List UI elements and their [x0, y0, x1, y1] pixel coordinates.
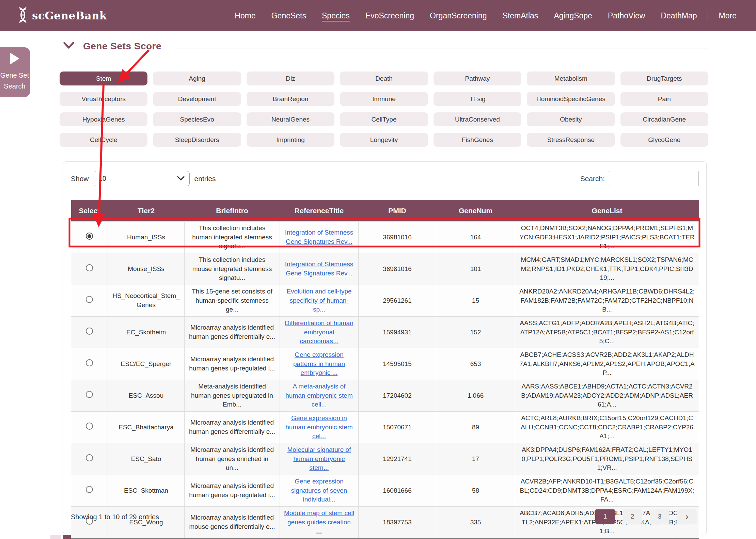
reference-link[interactable]: Molecular signature of human embryonic s…	[284, 445, 354, 473]
category-button-hominoidspecificgenes[interactable]: HominoidSpecificGenes	[527, 92, 615, 106]
category-button-virusreceptors[interactable]: VirusReceptors	[60, 92, 147, 106]
gene-num-cell: 152	[436, 317, 515, 348]
column-header-genenum[interactable]: GeneNum	[436, 200, 515, 222]
reference-link[interactable]: Module map of stem cell genes guides cre…	[284, 509, 354, 536]
column-header-genelist[interactable]: GeneList	[515, 200, 699, 222]
next-page-button[interactable]: ›	[677, 509, 697, 524]
reference-title-cell: Integration of Stemness Gene Signatures …	[280, 253, 359, 285]
select-cell	[71, 380, 108, 412]
category-button-circadiangene[interactable]: CircadianGene	[620, 112, 708, 126]
reference-title-cell: Module map of stem cell genes guides cre…	[280, 507, 359, 539]
table-row: HS_Neocortical_Stem_GenesThis 15-gene se…	[71, 285, 699, 317]
bottom-left-chip	[50, 535, 61, 539]
reference-link[interactable]: Gene expression in human embryonic stem …	[284, 414, 354, 441]
nav-item-evoscreening[interactable]: EvoScreening	[358, 11, 422, 20]
pmid-cell: 18397753	[359, 507, 436, 539]
reference-link[interactable]: Differentiation of human embryonal carci…	[284, 319, 354, 346]
reference-link[interactable]: A meta-analysis of human embryonic stem …	[284, 382, 354, 409]
gene-list-cell: AASS;ACTG1;ADFP;ADORA2B;APEH;ASH2L;ATG4B…	[515, 317, 699, 348]
reference-link[interactable]: Gene expression signatures of seven indi…	[284, 477, 354, 504]
brief-intro-cell: This 15-gene set consists of human-speci…	[185, 285, 280, 317]
gene-num-cell: 89	[436, 412, 515, 443]
nav-item-pathoview[interactable]: PathoView	[600, 11, 653, 20]
category-button-sleepdisorders[interactable]: SleepDisorders	[153, 133, 241, 147]
reference-title-cell: Gene expression signatures of seven indi…	[280, 475, 359, 507]
row-select-radio[interactable]	[86, 454, 93, 461]
category-button-hypoxiagenes[interactable]: HypoxiaGenes	[60, 112, 147, 126]
table-row: ESC_SkottmanMicroarray analysis identifi…	[71, 475, 699, 507]
category-button-development[interactable]: Development	[153, 92, 241, 106]
reference-link[interactable]: Gene expression patterns in human embryo…	[284, 350, 354, 378]
nav-item-species[interactable]: Species	[314, 11, 358, 20]
category-button-tfsig[interactable]: TFsig	[434, 92, 521, 106]
column-header-tier2[interactable]: Tier2	[108, 200, 185, 222]
search-input[interactable]	[609, 171, 699, 186]
select-cell	[71, 285, 108, 317]
brand[interactable]: scGeneBank	[17, 7, 107, 25]
gene-num-cell: 1,066	[436, 380, 515, 412]
category-button-pain[interactable]: Pain	[620, 92, 708, 106]
page-button-2[interactable]: 2	[623, 509, 642, 524]
reference-link[interactable]: Evolution and cell-type specificity of h…	[284, 287, 354, 314]
table-row: ESC_SatoMicroarray analysis identified h…	[71, 443, 699, 475]
nav-item-home[interactable]: Home	[227, 11, 263, 20]
category-button-stem[interactable]: Stem	[60, 72, 147, 85]
nav-divider	[708, 11, 708, 21]
category-button-immune[interactable]: Immune	[340, 92, 428, 106]
page-button-3[interactable]: 3	[650, 509, 670, 524]
column-header-briefintro[interactable]: BriefIntro	[185, 200, 280, 222]
row-select-radio[interactable]	[86, 359, 93, 366]
row-select-radio[interactable]	[86, 296, 93, 303]
nav-item-deathmap[interactable]: DeathMap	[653, 11, 705, 20]
row-select-radio[interactable]	[86, 486, 93, 493]
section-heading: Gene Sets Score	[63, 41, 161, 52]
category-button-obesity[interactable]: Obesity	[527, 112, 615, 126]
category-button-glycogene[interactable]: GlycoGene	[620, 133, 708, 147]
brief-intro-cell: Microarray analysis identified human gen…	[185, 348, 280, 380]
category-button-pathway[interactable]: Pathway	[434, 72, 521, 85]
category-button-brainregion[interactable]: BrainRegion	[247, 92, 334, 106]
row-select-radio[interactable]	[86, 391, 93, 398]
row-select-radio-checked[interactable]	[86, 233, 93, 240]
gene-sets-table-card: Show 10 entries Search: SelectTier2Brief…	[63, 161, 707, 534]
chevron-down-icon[interactable]	[63, 42, 74, 51]
show-label: Show	[71, 175, 89, 183]
category-button-fishgenes[interactable]: FishGenes	[434, 133, 521, 147]
gene-list-cell: ANKRD20A2;ANKRD20A4;ARHGAP11B;CBWD6;DHRS…	[515, 285, 699, 317]
row-select-radio[interactable]	[86, 264, 93, 271]
column-header-select[interactable]: Select	[71, 200, 108, 222]
category-button-celltype[interactable]: CellType	[340, 112, 428, 126]
reference-link[interactable]: Integration of Stemness Gene Signatures …	[284, 228, 354, 246]
nav-item-genesets[interactable]: GeneSets	[264, 11, 314, 20]
nav-item-organscreening[interactable]: OrganScreening	[422, 11, 495, 20]
reference-link[interactable]: Integration of Stemness Gene Signatures …	[284, 260, 354, 278]
category-button-death[interactable]: Death	[340, 72, 428, 85]
reference-title-cell: Molecular signature of human embryonic s…	[280, 443, 359, 475]
category-button-stressresponse[interactable]: StressResponse	[527, 133, 615, 147]
category-button-grid: StemAgingDizDeathPathwayMetabolismDrugTa…	[60, 72, 708, 147]
category-button-drugtargets[interactable]: DrugTargets	[620, 72, 708, 85]
category-button-aging[interactable]: Aging	[153, 72, 241, 85]
category-button-imprinting[interactable]: Imprinting	[247, 133, 334, 147]
column-header-pmid[interactable]: PMID	[359, 200, 436, 222]
gene-set-search-fab[interactable]: Gene Set Search	[0, 47, 30, 97]
select-cell	[71, 348, 108, 380]
row-select-radio[interactable]	[86, 328, 93, 335]
category-button-speciesevo[interactable]: SpeciesEvo	[153, 112, 241, 126]
column-header-referencetitle[interactable]: ReferenceTitle	[280, 200, 359, 222]
nav-item-stematlas[interactable]: StemAtlas	[495, 11, 546, 20]
category-button-neuralgenes[interactable]: NeuralGenes	[247, 112, 334, 126]
reference-title-cell: Gene expression in human embryonic stem …	[280, 412, 359, 443]
row-select-radio[interactable]	[86, 423, 93, 430]
page-title: Gene Sets Score	[83, 41, 161, 52]
category-button-cellcycle[interactable]: CellCycle	[60, 133, 147, 147]
category-button-metabolism[interactable]: Metabolism	[527, 72, 615, 85]
page-button-1[interactable]: 1	[595, 509, 615, 524]
page-size-select[interactable]: 10	[94, 171, 190, 186]
category-button-longevity[interactable]: Longevity	[340, 133, 428, 147]
category-button-ultraconserved[interactable]: UltraConserved	[434, 112, 521, 126]
search-control: Search:	[580, 171, 699, 186]
nav-item-more[interactable]: More	[711, 11, 744, 20]
category-button-diz[interactable]: Diz	[247, 72, 334, 85]
nav-item-agingsope[interactable]: AgingSope	[546, 11, 600, 20]
